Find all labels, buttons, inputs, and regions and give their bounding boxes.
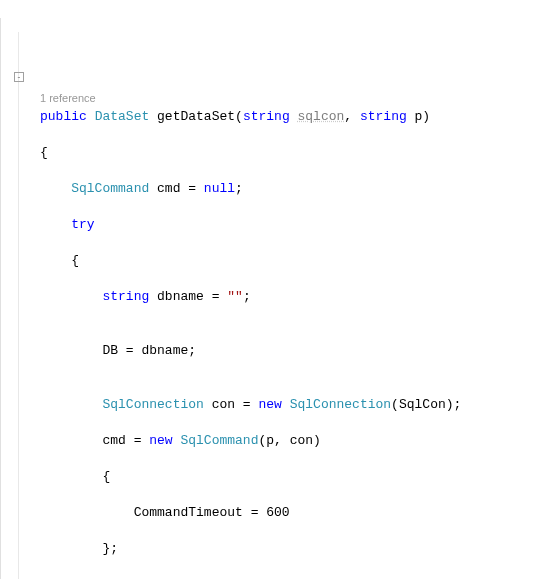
- margin-border: [0, 18, 1, 579]
- outline-border: [18, 32, 19, 579]
- editor-viewport: - 1 reference public DataSet getDataSet(…: [0, 18, 548, 579]
- code-editor[interactable]: 1 reference public DataSet getDataSet(st…: [0, 90, 461, 579]
- collapse-toggle[interactable]: -: [14, 72, 24, 82]
- outline-column: -: [14, 32, 24, 100]
- codelens-references[interactable]: 1 reference: [40, 92, 96, 104]
